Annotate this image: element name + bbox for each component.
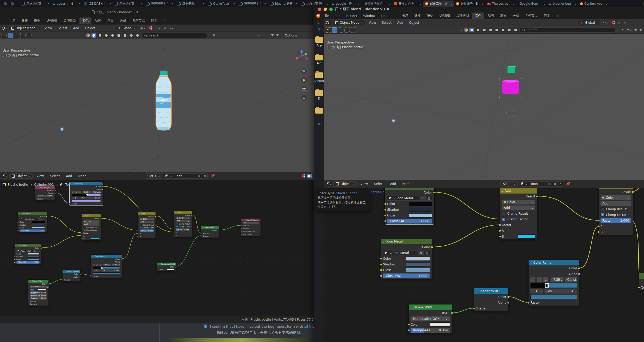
tab-close-icon[interactable]: ✕	[202, 2, 205, 5]
node-socket[interactable]	[28, 301, 29, 302]
workspace-tab[interactable]: +	[161, 18, 169, 24]
copy-material-icon[interactable]: ⧉	[552, 182, 557, 186]
node-material-selector[interactable]: ⌄Toon Metal5▯	[383, 251, 430, 255]
bookmark-icon[interactable]: ⚑	[212, 34, 216, 37]
node-material-selector[interactable]: ⌄Toon Metal5▯	[20, 218, 45, 220]
collapse-icon[interactable]: ⌄	[71, 183, 72, 185]
falloff-icon[interactable]: ∿	[623, 21, 627, 24]
node-socket[interactable]	[507, 302, 510, 304]
node-socket[interactable]	[200, 235, 202, 237]
menu-view[interactable]: View	[34, 173, 46, 179]
tab-close-icon[interactable]: ⌄	[419, 2, 422, 5]
checkbox-clamp-factor[interactable]: ✓	[600, 213, 604, 217]
download-icon[interactable]: ⤓	[642, 2, 644, 6]
orbit-gizmo-icon[interactable]: ⊕	[314, 21, 324, 25]
shading-material-icon[interactable]	[98, 33, 102, 38]
workspace-tab[interactable]: UV编辑	[437, 13, 453, 19]
select-box-icon[interactable]	[8, 33, 13, 38]
node-socket[interactable]	[433, 191, 435, 194]
menu-help[interactable]: Help	[379, 13, 391, 18]
browser-tab[interactable]: 哔哩哔哩 (゜ ✕	[237, 1, 268, 7]
collapse-icon[interactable]: ⌄	[475, 290, 478, 293]
close-window-button[interactable]	[318, 8, 321, 11]
select-subtract-icon[interactable]	[27, 33, 32, 38]
breadcrumb-object[interactable]: Plastic bottle	[8, 183, 28, 186]
shading-world-icon[interactable]	[488, 28, 493, 32]
collapse-icon[interactable]: ⌄	[16, 244, 17, 246]
node-socket[interactable]	[380, 275, 382, 277]
editor-type-icon[interactable]: ⌄	[2, 173, 8, 179]
browser-tab[interactable]: 新建标签页 ✕	[20, 1, 51, 7]
browser-tab[interactable]: google - 搜 ⌄	[330, 1, 361, 7]
stop-index-field[interactable]: 1	[530, 289, 543, 294]
value-slider[interactable]: Factor1.000	[600, 218, 631, 223]
ramp-menu-icon[interactable]: ⌄	[543, 277, 548, 282]
checkbox-clamp-factor[interactable]: ✓	[176, 226, 178, 228]
orthographic-grid-icon[interactable]: ⊞	[301, 95, 307, 101]
node-socket[interactable]	[90, 276, 92, 277]
node-socket[interactable]	[121, 258, 122, 260]
dropdown-multiscatter-ggx[interactable]: Multiscatter GGX⌄	[30, 286, 49, 288]
tab-close-icon[interactable]: ⌄	[574, 2, 577, 5]
browser-tab[interactable]: 历史记录 ✕	[175, 1, 206, 7]
node-socket[interactable]	[80, 273, 81, 275]
browser-tab[interactable]: 哔哩哔哩 (゜ ✕	[144, 1, 175, 7]
ramp-color-preview[interactable]	[72, 200, 101, 202]
color-swatch[interactable]	[406, 262, 430, 266]
workspace-tab[interactable]: 动画	[92, 17, 104, 24]
node-socket[interactable]	[41, 247, 42, 249]
color-swatch[interactable]	[430, 322, 450, 327]
collapse-icon[interactable]: ⌄	[243, 219, 244, 221]
value-slider[interactable]: Factor0.242	[176, 228, 190, 231]
node-socket[interactable]	[137, 230, 139, 231]
node-socket[interactable]	[102, 186, 103, 187]
collapse-icon[interactable]: ⌄	[139, 213, 140, 214]
browser-tab[interactable]: 创建工单 - # ⌄	[423, 1, 454, 7]
menu-node[interactable]: Node	[400, 181, 413, 186]
shader-type-dropdown[interactable]: Object⌄	[333, 181, 357, 186]
stop-position-field[interactable]: Pos0.345	[544, 289, 577, 294]
dropdown-color[interactable]: Color⌄	[83, 220, 99, 223]
color-swatch[interactable]	[32, 224, 45, 226]
node-socket[interactable]	[174, 229, 175, 230]
stop-position-field[interactable]: Pos0.345	[101, 269, 120, 272]
tab-close-icon[interactable]: ⌄	[357, 2, 360, 5]
snap-magnet-icon[interactable]: 🧲	[148, 26, 153, 30]
value-slider[interactable]: Gloss FAC1.000	[16, 261, 40, 264]
right-shader-editor[interactable]: ⌄ Object⌄ View Select Add Node Slot 1⌄ ⌄…	[324, 180, 644, 342]
browser-tab[interactable]: 新建标签页 ✕	[113, 1, 144, 7]
menu-object[interactable]: Object	[83, 26, 97, 30]
collapse-icon[interactable]: ⌄	[530, 261, 532, 264]
filter-funnel-icon[interactable]	[271, 34, 274, 36]
transform-orientation-dropdown[interactable]: ↯Global⌄	[577, 20, 600, 25]
node-socket[interactable]	[499, 224, 501, 226]
snap-link-icon[interactable]: ⊶⌄	[602, 21, 609, 24]
zoom-window-button[interactable]	[329, 8, 333, 11]
filter-funnel-icon[interactable]	[634, 29, 637, 31]
node-material-selector[interactable]: ⌄Toon Metal5▯	[387, 196, 432, 201]
workspace-tab[interactable]: 局	[9, 17, 18, 24]
shader-node-toon-metal[interactable]: ⌄Toon Metal Color⌄Toon Metal5▯ColorShado…	[14, 244, 42, 264]
shader-node-color-ramp[interactable]: ⌄Color Ramp ColorAlpha+−⌄RGB⌄Const…⌄1Pos…	[528, 259, 579, 306]
viewport-search-input[interactable]: Search	[519, 27, 615, 33]
node-socket[interactable]	[102, 189, 103, 190]
tab-close-icon[interactable]: ✕	[109, 2, 112, 5]
node-socket[interactable]	[28, 289, 29, 290]
window-button[interactable]	[11, 2, 14, 5]
node-socket[interactable]	[46, 216, 47, 217]
color-swatch[interactable]	[518, 234, 535, 239]
right-3d-viewport[interactable]: User Perspective (1) 水滴 | Plastic bottle	[324, 34, 644, 180]
dropdown-all[interactable]: All⌄	[243, 222, 259, 224]
viewport-search-input[interactable]: Search	[141, 33, 207, 38]
fake-user-shield-icon[interactable]: ▯	[547, 182, 552, 186]
desktop-folder[interactable]	[314, 108, 324, 115]
node-socket[interactable]	[384, 214, 387, 217]
shading-material-icon[interactable]	[476, 28, 480, 32]
color-swatch[interactable]	[28, 253, 40, 255]
node-socket[interactable]	[17, 224, 18, 226]
shader-node-toon-metal[interactable]: ⌄Toon Metal Color⌄Toon Metal5▯ColorShado…	[17, 212, 47, 232]
color-swatch[interactable]	[38, 289, 47, 291]
search-dropdown-icon[interactable]: ⌄	[617, 29, 619, 31]
node-socket[interactable]	[174, 232, 175, 233]
desktop-folder[interactable]: App	[314, 37, 324, 47]
